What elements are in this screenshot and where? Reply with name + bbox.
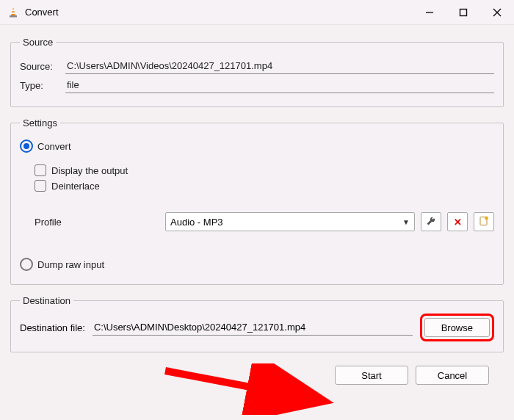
- source-input[interactable]: [65, 58, 494, 74]
- settings-legend: Settings: [20, 117, 60, 128]
- source-label: Source:: [20, 61, 65, 72]
- deinterlace-label: Deinterlace: [51, 181, 100, 192]
- browse-highlight: Browse: [420, 314, 494, 341]
- dump-raw-label: Dump raw input: [37, 259, 104, 270]
- destination-file-input[interactable]: [93, 319, 413, 336]
- checkbox-unchecked-icon: [35, 164, 46, 176]
- settings-group: Settings Convert Display the output Dein…: [10, 117, 504, 285]
- source-group: Source Source: Type: file: [10, 37, 504, 107]
- profile-label: Profile: [35, 217, 159, 228]
- display-output-label: Display the output: [51, 165, 128, 176]
- checkbox-unchecked-icon: [35, 180, 46, 192]
- titlebar: Convert: [0, 0, 514, 25]
- wrench-icon: [426, 216, 436, 228]
- profile-combobox[interactable]: Audio - MP3 ▼: [165, 212, 415, 231]
- svg-rect-3: [10, 15, 17, 18]
- convert-radio[interactable]: Convert: [20, 140, 494, 153]
- window-title: Convert: [25, 7, 59, 18]
- svg-rect-2: [12, 12, 15, 14]
- destination-file-label: Destination file:: [20, 322, 85, 333]
- svg-rect-5: [460, 9, 467, 15]
- radio-checked-icon: [20, 140, 33, 153]
- type-label: Type:: [20, 80, 65, 91]
- close-button[interactable]: [480, 0, 514, 25]
- new-document-icon: [479, 216, 489, 228]
- new-profile-button[interactable]: [474, 212, 494, 231]
- profile-value: Audio - MP3: [170, 217, 223, 228]
- destination-legend: Destination: [20, 295, 73, 306]
- radio-unchecked-icon: [20, 258, 33, 271]
- convert-radio-label: Convert: [37, 141, 71, 152]
- svg-rect-1: [12, 10, 15, 11]
- source-legend: Source: [20, 37, 56, 48]
- start-button[interactable]: Start: [335, 366, 408, 385]
- window-controls: [413, 0, 514, 25]
- browse-button[interactable]: Browse: [424, 318, 490, 337]
- browse-button-label: Browse: [441, 322, 473, 333]
- type-value: file: [65, 77, 494, 93]
- maximize-button[interactable]: [446, 0, 480, 25]
- delete-profile-button[interactable]: ✕: [447, 212, 468, 231]
- svg-point-9: [485, 216, 488, 220]
- destination-group: Destination Destination file: Browse: [10, 295, 504, 352]
- cancel-button[interactable]: Cancel: [416, 366, 489, 385]
- vlc-icon: [7, 7, 19, 18]
- deinterlace-checkbox[interactable]: Deinterlace: [35, 180, 494, 192]
- edit-profile-button[interactable]: [421, 212, 441, 231]
- svg-marker-0: [11, 7, 15, 15]
- dump-raw-radio[interactable]: Dump raw input: [20, 258, 494, 271]
- start-button-label: Start: [361, 370, 381, 381]
- cancel-button-label: Cancel: [438, 370, 467, 381]
- minimize-button[interactable]: [413, 0, 446, 25]
- x-icon: ✕: [454, 217, 462, 228]
- chevron-down-icon: ▼: [402, 218, 410, 226]
- display-output-checkbox[interactable]: Display the output: [35, 164, 494, 176]
